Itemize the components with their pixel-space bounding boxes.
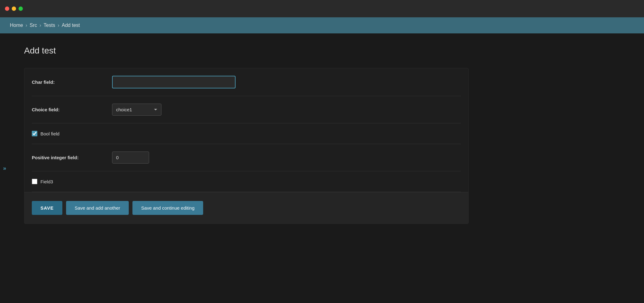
breadcrumb-src[interactable]: Src [30,23,37,28]
breadcrumb-tests[interactable]: Tests [44,23,55,28]
breadcrumb-home[interactable]: Home [10,23,23,28]
char-field-input[interactable] [112,76,236,88]
integer-field-row: Positive integer field: [32,144,461,171]
field3-row: Field3 [32,171,461,192]
field3-checkbox[interactable] [32,179,37,184]
main-content: Add test Char field: Choice field: choic… [9,33,644,236]
breadcrumb-sep-1: › [26,23,27,28]
sidebar-area: » [0,33,9,303]
minimize-button[interactable] [12,6,16,11]
char-field-row: Char field: [32,68,461,96]
integer-field-input[interactable] [112,152,149,164]
page-title: Add test [24,46,629,56]
sidebar-toggle-icon[interactable]: » [3,165,6,172]
bool-field-checkbox[interactable] [32,131,37,136]
action-bar: SAVE Save and add another Save and conti… [24,192,468,224]
form-section: Char field: Choice field: choice1 choice… [24,68,469,224]
save-button[interactable]: SAVE [32,201,62,215]
bool-field-label: Bool field [40,131,60,136]
breadcrumb-sep-2: › [40,23,41,28]
choice-field-row: Choice field: choice1 choice2 choice3 [32,96,461,123]
choice-field-select[interactable]: choice1 choice2 choice3 [112,104,161,116]
integer-field-label: Positive integer field: [32,155,112,160]
window-controls [5,6,23,11]
breadcrumb: Home › Src › Tests › Add test [10,23,80,28]
nav-bar: Home › Src › Tests › Add test [0,17,644,33]
form-rows-area: Char field: Choice field: choice1 choice… [24,68,468,192]
breadcrumb-add-test: Add test [62,23,80,28]
close-button[interactable] [5,6,9,11]
breadcrumb-sep-3: › [58,23,59,28]
choice-field-label: Choice field: [32,107,112,112]
title-bar [0,0,644,17]
maximize-button[interactable] [19,6,23,11]
field3-label: Field3 [40,179,53,184]
char-field-label: Char field: [32,79,112,85]
save-add-another-button[interactable]: Save and add another [66,201,129,215]
bool-field-row: Bool field [32,123,461,144]
save-continue-editing-button[interactable]: Save and continue editing [132,201,203,215]
